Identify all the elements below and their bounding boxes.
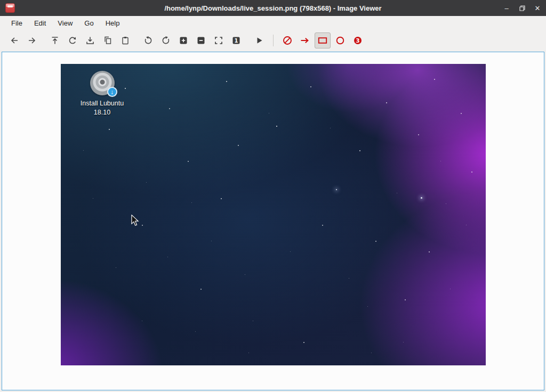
draw-number-label: 3	[356, 37, 359, 43]
titlebar[interactable]: /home/lynp/Downloads/live_session.png (7…	[0, 0, 546, 16]
slideshow-play-button[interactable]	[251, 32, 267, 48]
menubar: File Edit View Go Help	[0, 16, 546, 30]
rotate-cw-button[interactable]	[158, 32, 174, 48]
reload-icon	[68, 36, 77, 45]
menu-view[interactable]: View	[52, 18, 78, 29]
bright-star	[336, 189, 337, 190]
draw-none-button[interactable]	[279, 32, 295, 48]
zoom-original-label: 1	[235, 37, 238, 43]
draw-arrow-button[interactable]	[297, 32, 313, 48]
draw-number-button[interactable]: 3	[350, 32, 366, 48]
next-file-button[interactable]	[24, 32, 40, 48]
zoom-fit-icon	[214, 36, 223, 45]
minimize-button[interactable]: –	[502, 4, 511, 12]
upload-button[interactable]	[47, 32, 63, 48]
previous-file-button[interactable]	[6, 32, 22, 48]
upload-icon	[50, 36, 60, 45]
paste-icon	[121, 36, 130, 45]
no-drawing-icon	[282, 35, 293, 46]
zoom-out-button[interactable]	[193, 32, 209, 48]
window-title: /home/lynp/Downloads/live_session.png (7…	[64, 4, 482, 12]
copy-button[interactable]	[100, 32, 116, 48]
menu-help[interactable]: Help	[100, 18, 126, 29]
zoom-original-icon: 1	[231, 36, 241, 45]
reload-button[interactable]	[65, 32, 81, 48]
menu-go[interactable]: Go	[78, 18, 99, 29]
stars-dim	[61, 64, 61, 64]
rotate-counterclockwise-icon	[143, 36, 153, 45]
desktop-icon-label: Install Lubuntu 18.10	[81, 99, 124, 117]
restore-icon	[519, 5, 525, 11]
zoom-in-icon	[179, 36, 188, 45]
download-badge-icon: ↓	[107, 87, 117, 97]
zoom-in-button[interactable]	[175, 32, 191, 48]
paste-button[interactable]	[117, 32, 133, 48]
draw-circle-icon	[335, 35, 346, 46]
content-area: ↓ Install Lubuntu 18.10	[0, 50, 546, 392]
rotate-ccw-button[interactable]	[140, 32, 156, 48]
maximize-button[interactable]	[518, 4, 526, 12]
rotate-clockwise-icon	[161, 36, 171, 45]
draw-rectangle-button[interactable]	[315, 32, 331, 48]
toolbar: 1 3	[0, 30, 546, 50]
close-button[interactable]: ✕	[533, 4, 542, 12]
back-arrow-icon	[10, 36, 19, 45]
forward-arrow-icon	[27, 36, 37, 45]
image-viewer-window: /home/lynp/Downloads/live_session.png (7…	[0, 0, 546, 392]
save-file-button[interactable]	[82, 32, 98, 48]
app-icon	[5, 3, 15, 13]
draw-arrow-icon	[300, 35, 310, 46]
menu-file[interactable]: File	[5, 18, 28, 29]
zoom-fit-button[interactable]	[211, 32, 227, 48]
menu-edit[interactable]: Edit	[28, 18, 52, 29]
image-view-area[interactable]: ↓ Install Lubuntu 18.10	[2, 52, 544, 390]
desktop-icon-label-line1: Install Lubuntu	[81, 99, 124, 108]
bright-star	[421, 197, 422, 199]
draw-circle-button[interactable]	[332, 32, 348, 48]
draw-rectangle-icon	[317, 35, 328, 46]
window-controls: – ✕	[502, 4, 542, 12]
desktop-icon-label-line2: 18.10	[81, 108, 124, 117]
save-icon	[85, 36, 95, 45]
mouse-cursor	[131, 215, 139, 226]
play-icon	[254, 36, 264, 45]
cd-disc-icon: ↓	[90, 71, 115, 95]
toolbar-separator	[273, 35, 274, 46]
copy-icon	[103, 36, 113, 45]
viewed-image[interactable]: ↓ Install Lubuntu 18.10	[61, 64, 486, 365]
install-lubuntu-desktop-icon: ↓ Install Lubuntu 18.10	[73, 71, 132, 117]
zoom-out-icon	[196, 36, 206, 45]
zoom-original-button[interactable]: 1	[228, 32, 244, 48]
draw-number-icon: 3	[352, 35, 363, 46]
